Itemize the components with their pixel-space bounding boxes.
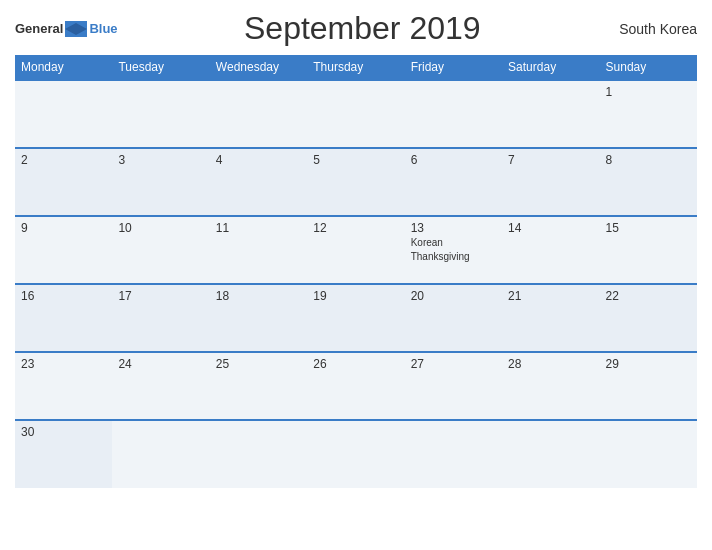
day-number: 5 [313,153,398,167]
day-number: 28 [508,357,593,371]
day-number: 21 [508,289,593,303]
calendar-cell [112,80,209,148]
calendar-cell: 18 [210,284,307,352]
day-number: 18 [216,289,301,303]
calendar-cell [307,420,404,488]
calendar-cell [210,420,307,488]
day-number: 25 [216,357,301,371]
day-number: 19 [313,289,398,303]
calendar-cell: 25 [210,352,307,420]
day-number: 9 [21,221,106,235]
day-number: 13 [411,221,496,235]
day-number: 29 [606,357,691,371]
calendar-cell: 21 [502,284,599,352]
calendar-cell: 3 [112,148,209,216]
calendar-table: MondayTuesdayWednesdayThursdayFridaySatu… [15,55,697,488]
calendar-cell: 28 [502,352,599,420]
day-number: 30 [21,425,106,439]
logo-flag-icon [65,21,87,37]
calendar-cell: 5 [307,148,404,216]
day-number: 2 [21,153,106,167]
day-of-week-header: Friday [405,55,502,80]
day-number: 3 [118,153,203,167]
calendar-cell: 20 [405,284,502,352]
day-number: 14 [508,221,593,235]
calendar-cell: 26 [307,352,404,420]
calendar-cell: 7 [502,148,599,216]
calendar-cell: 11 [210,216,307,284]
calendar-week-row: 30 [15,420,697,488]
day-number: 26 [313,357,398,371]
day-number: 4 [216,153,301,167]
day-number: 20 [411,289,496,303]
day-number: 12 [313,221,398,235]
day-number: 11 [216,221,301,235]
calendar-cell: 30 [15,420,112,488]
day-number: 24 [118,357,203,371]
calendar-cell [502,420,599,488]
calendar-week-row: 1 [15,80,697,148]
calendar-cell: 23 [15,352,112,420]
logo-blue-text: Blue [89,21,117,36]
calendar-cell: 17 [112,284,209,352]
calendar-cell [112,420,209,488]
calendar-cell: 29 [600,352,697,420]
day-number: 10 [118,221,203,235]
calendar-cell [15,80,112,148]
calendar-cell [502,80,599,148]
logo-general-text: General [15,21,63,36]
day-of-week-header: Thursday [307,55,404,80]
calendar-cell: 12 [307,216,404,284]
calendar-cell: 10 [112,216,209,284]
calendar-page: General Blue September 2019 South Korea … [0,0,712,550]
calendar-cell: 9 [15,216,112,284]
day-of-week-header: Sunday [600,55,697,80]
calendar-cell: 16 [15,284,112,352]
day-number: 6 [411,153,496,167]
day-number: 17 [118,289,203,303]
day-of-week-header: Monday [15,55,112,80]
logo: General Blue [15,21,118,37]
day-of-week-header: Saturday [502,55,599,80]
calendar-cell: 2 [15,148,112,216]
day-number: 23 [21,357,106,371]
calendar-cell [405,80,502,148]
event-label: Korean Thanksgiving [411,237,470,262]
calendar-cell: 6 [405,148,502,216]
day-of-week-header: Wednesday [210,55,307,80]
day-number: 27 [411,357,496,371]
calendar-cell: 14 [502,216,599,284]
day-of-week-header: Tuesday [112,55,209,80]
day-number: 22 [606,289,691,303]
calendar-title: September 2019 [118,10,607,47]
country-label: South Korea [607,21,697,37]
day-number: 15 [606,221,691,235]
calendar-cell [210,80,307,148]
calendar-week-row: 23242526272829 [15,352,697,420]
calendar-week-row: 16171819202122 [15,284,697,352]
header: General Blue September 2019 South Korea [15,10,697,47]
calendar-cell [307,80,404,148]
calendar-cell [600,420,697,488]
calendar-week-row: 910111213Korean Thanksgiving1415 [15,216,697,284]
calendar-cell: 24 [112,352,209,420]
calendar-cell: 4 [210,148,307,216]
day-number: 16 [21,289,106,303]
calendar-header-row: MondayTuesdayWednesdayThursdayFridaySatu… [15,55,697,80]
calendar-cell: 22 [600,284,697,352]
day-number: 8 [606,153,691,167]
calendar-cell: 19 [307,284,404,352]
calendar-week-row: 2345678 [15,148,697,216]
day-number: 7 [508,153,593,167]
calendar-cell: 1 [600,80,697,148]
calendar-cell: 8 [600,148,697,216]
calendar-cell [405,420,502,488]
day-number: 1 [606,85,691,99]
calendar-cell: 27 [405,352,502,420]
calendar-cell: 13Korean Thanksgiving [405,216,502,284]
calendar-cell: 15 [600,216,697,284]
